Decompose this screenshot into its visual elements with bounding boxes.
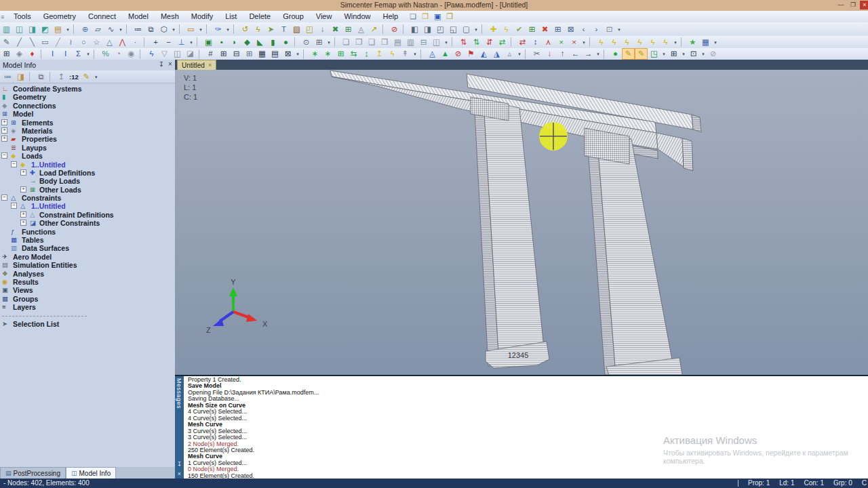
toolbar-icon[interactable]: ↥	[55, 71, 68, 83]
toolbar-icon[interactable]: I	[46, 48, 59, 60]
toolbar-icon[interactable]: ⊘	[452, 48, 465, 60]
menu-modify[interactable]: Modify	[185, 11, 219, 22]
tree-item-materials[interactable]: +◈Materials	[0, 127, 175, 135]
toolbar-icon[interactable]: ϟ	[252, 24, 264, 35]
viewport-canvas[interactable]: 12345 V: 1 L: 1 C: 1 Y X Z	[175, 70, 868, 375]
toolbar-icon[interactable]: ▤	[269, 48, 281, 60]
tree-item-groups[interactable]: ▩Groups	[0, 295, 175, 303]
tree-item-properties[interactable]: +▰Properties	[0, 135, 175, 143]
toolbar-icon[interactable]: ◭	[477, 48, 490, 60]
toolbar-icon[interactable]: ❐	[353, 37, 366, 48]
toolbar-icon[interactable]: ≔	[1, 71, 14, 83]
toolbar-icon[interactable]: ϟ	[500, 24, 513, 35]
toolbar-icon[interactable]: −	[162, 37, 175, 48]
menu-list[interactable]: List	[219, 11, 243, 22]
toolbar-icon[interactable]: ⇄	[496, 37, 509, 48]
toolbar-icon[interactable]: ⇅	[457, 37, 470, 48]
toolbar-icon[interactable]: ◮	[490, 48, 503, 60]
toolbar-icon[interactable]: +	[149, 37, 162, 48]
tree-item-loads[interactable]: −◆Loads	[0, 152, 175, 160]
messages-close-icon[interactable]: ×	[175, 470, 184, 477]
toolbar-icon[interactable]: ●	[279, 37, 292, 48]
dropdown-arrow-icon[interactable]: ▾	[412, 48, 418, 60]
tree-item-analyses[interactable]: ❖Analyses	[0, 270, 175, 278]
toolbar-icon[interactable]: ↓	[316, 24, 329, 35]
menu-tools[interactable]: Tools	[7, 11, 37, 22]
toolbar-icon[interactable]: ❒	[378, 37, 391, 48]
tree-item-layers[interactable]: ≡Layers	[0, 303, 175, 311]
toolbar-icon[interactable]: ╲	[26, 37, 39, 48]
toolbar-icon[interactable]: %	[99, 48, 112, 60]
tree-expander[interactable]: +	[20, 186, 26, 192]
toolbar-icon[interactable]: ϟ	[659, 37, 672, 48]
toolbar-icon[interactable]: ⊠	[564, 24, 577, 35]
tree-item-connections[interactable]: ◆Connections	[0, 102, 175, 110]
tree-item-simulation-entities[interactable]: ▤Simulation Entities	[0, 261, 175, 269]
dropdown-arrow-icon[interactable]: ▾	[117, 24, 124, 35]
toolbar-icon[interactable]: #	[204, 48, 217, 60]
tree-item-geometry[interactable]: ▮Geometry	[0, 93, 175, 101]
toolbar-icon[interactable]: ∿	[104, 24, 117, 35]
toolbar-icon[interactable]: ✖	[538, 24, 551, 35]
dropdown-arrow-icon[interactable]: ▾	[294, 48, 301, 60]
toolbar-icon[interactable]: ←	[569, 48, 582, 60]
menu-help[interactable]: Help	[377, 11, 405, 22]
tree-item-body-loads[interactable]: →Body Loads	[0, 177, 175, 185]
toolbar-icon[interactable]: Σ	[72, 48, 85, 60]
tree-expander[interactable]: +	[1, 136, 7, 142]
toolbar-icon[interactable]: ↑	[556, 48, 569, 60]
dropdown-arrow-icon[interactable]: ▾	[516, 48, 523, 60]
toolbar-icon[interactable]: ✔	[513, 24, 526, 35]
toolbar-icon[interactable]: ✂	[530, 48, 543, 60]
toolbar-icon[interactable]: ◫	[13, 24, 26, 35]
dropdown-arrow-icon[interactable]: ▾	[326, 37, 332, 48]
toolbar-icon[interactable]: ⚑	[465, 48, 477, 60]
tree-expander[interactable]: −	[1, 152, 7, 159]
import-icon[interactable]: ❒	[444, 12, 455, 21]
toolbar-icon[interactable]: ◆	[241, 37, 254, 48]
toolbar-icon[interactable]: ✎	[635, 48, 648, 60]
toolbar-icon[interactable]: ∗	[309, 48, 321, 60]
toolbar-icon[interactable]: ♦	[26, 48, 39, 60]
toolbar-icon[interactable]: ◈	[13, 48, 26, 60]
toolbar-icon[interactable]: I	[59, 48, 72, 60]
toolbar-icon[interactable]: ◨	[14, 71, 27, 83]
toolbar-icon[interactable]: ⊞	[334, 48, 347, 60]
tree-item-constraints[interactable]: −△Constraints	[0, 194, 175, 202]
toolbar-icon[interactable]: ∗	[321, 48, 334, 60]
toolbar-icon[interactable]: ◨	[26, 24, 39, 35]
toolbar-icon[interactable]: ⊕	[79, 24, 92, 35]
open-file-icon[interactable]: ❐	[420, 12, 431, 21]
toolbar-icon[interactable]: ⊞	[0, 48, 13, 60]
save-icon[interactable]: ▣	[432, 12, 443, 21]
toolbar-icon[interactable]: ✖	[329, 24, 342, 35]
viewport-tab-untitled[interactable]: Untitled ×	[177, 60, 216, 70]
toolbar-icon[interactable]: ⊟	[230, 48, 243, 60]
toolbar-icon[interactable]: ✎	[622, 48, 635, 60]
tree-item-load-definitions[interactable]: +✚Load Definitions	[0, 169, 175, 177]
dropdown-arrow-icon[interactable]: ▾	[700, 48, 707, 60]
menu-model[interactable]: Model	[122, 11, 155, 22]
toolbar-icon[interactable]: ⊞	[342, 24, 355, 35]
toolbar-icon[interactable]: ✚	[487, 24, 500, 35]
toolbar-icon[interactable]: ⋏	[542, 37, 555, 48]
close-button[interactable]: ×	[860, 1, 868, 9]
toolbar-icon[interactable]: ❑	[366, 37, 378, 48]
toolbar-icon[interactable]: ▽	[158, 48, 171, 60]
tree-item-1-untitled[interactable]: −◆1..Untitled	[0, 161, 175, 169]
toolbar-icon[interactable]: ▣	[202, 37, 215, 48]
toolbar-icon[interactable]: ⇵	[483, 37, 496, 48]
panel-close-icon[interactable]: ×	[166, 60, 174, 68]
toolbar-icon[interactable]: ◫	[171, 48, 184, 60]
tree-item-elements[interactable]: +⊞Elements	[0, 119, 175, 127]
toolbar-icon[interactable]: ▪	[215, 37, 228, 48]
toolbar-icon[interactable]: ▥	[0, 24, 13, 35]
tab-close-icon[interactable]: ×	[208, 60, 212, 70]
toolbar-icon[interactable]: ◫	[430, 37, 443, 48]
toolbar-icon[interactable]: ✎	[0, 37, 13, 48]
tree-item-views[interactable]: ▣Views	[0, 286, 175, 294]
tree-expander[interactable]: +	[1, 127, 7, 134]
menu-mesh[interactable]: Mesh	[155, 11, 185, 22]
toolbar-icon[interactable]: ↟	[399, 48, 412, 60]
dropdown-arrow-icon[interactable]: ▾	[64, 24, 71, 35]
